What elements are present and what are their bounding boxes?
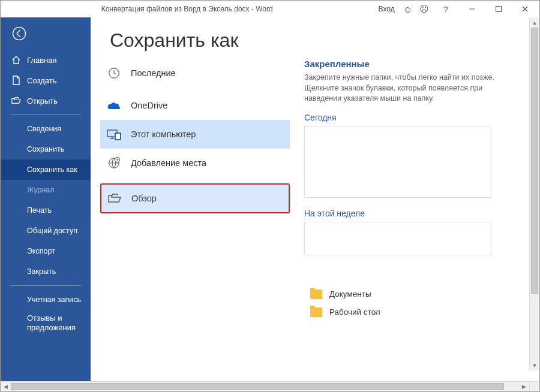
sidebar-label-feedback: Отзывы и предложения — [27, 313, 91, 332]
sidebar-item-account[interactable]: Учетная запись — [1, 290, 91, 310]
location-onedrive-label: OneDrive — [131, 101, 167, 110]
svg-rect-7 — [115, 133, 121, 140]
svg-rect-1 — [496, 7, 502, 12]
body: Главная Создать Открыть Сведения Сохрани… — [1, 17, 539, 381]
signin-link[interactable]: Вход — [374, 5, 400, 13]
pinned-hint: Закрепите нужные папки, чтобы легко найт… — [304, 73, 519, 104]
titlebar: Конвертация файлов из Ворд в Эксель.docx… — [1, 1, 539, 17]
sidebar-nav: Главная Создать Открыть Сведения Сохрани… — [1, 50, 91, 336]
today-heading: Сегодня — [304, 113, 519, 122]
sidebar-label-home: Главная — [27, 56, 56, 65]
content-columns: Последние OneDrive Этот компьютер Добавл… — [91, 59, 539, 381]
thisweek-heading: На этой неделе — [304, 209, 519, 218]
location-thispc[interactable]: Этот компьютер — [100, 120, 290, 149]
folder-documents-label: Документы — [329, 290, 371, 298]
scroll-thumb[interactable] — [531, 28, 538, 294]
feedback-happy-icon[interactable]: ☺ — [400, 4, 416, 14]
location-browse[interactable]: Обзор — [100, 183, 290, 213]
location-browse-label: Обзор — [131, 194, 157, 203]
sidebar-item-saveas[interactable]: Сохранить как — [1, 159, 91, 180]
sidebar-item-close[interactable]: Закрыть — [1, 261, 91, 282]
word-backstage-window: Конвертация файлов из Ворд в Эксель.docx… — [0, 0, 540, 392]
scroll-down-button[interactable]: ▼ — [530, 360, 539, 370]
page-title: Сохранить как — [91, 17, 539, 59]
location-recent[interactable]: Последние — [100, 59, 290, 88]
maximize-button[interactable] — [485, 1, 512, 17]
new-icon — [11, 76, 21, 85]
folder-documents[interactable]: Документы — [304, 285, 519, 303]
scroll-up-button[interactable]: ▲ — [530, 17, 539, 28]
minimize-button[interactable] — [459, 1, 485, 17]
sidebar-item-save[interactable]: Сохранить — [1, 139, 91, 159]
svg-point-4 — [13, 27, 25, 40]
location-thispc-label: Этот компьютер — [131, 129, 196, 139]
close-button[interactable] — [512, 1, 538, 17]
folder-desktop-label: Рабочий стол — [329, 307, 380, 316]
sidebar-item-print[interactable]: Печать — [1, 200, 91, 221]
folder-icon — [310, 307, 322, 317]
recent-panel: Закрепленные Закрепите нужные папки, что… — [299, 59, 539, 381]
recent-icon — [107, 66, 121, 80]
sidebar-label-open: Открыть — [27, 97, 58, 105]
horizontal-scrollbar[interactable]: ◀ ▶ — [1, 381, 539, 391]
sidebar-item-history[interactable]: Журнал — [1, 180, 91, 200]
sidebar-item-home[interactable]: Главная — [1, 50, 91, 70]
folder-desktop[interactable]: Рабочий стол — [304, 303, 519, 321]
content-area: Сохранить как Последние OneDrive Этот ко… — [91, 17, 539, 381]
sidebar-item-export[interactable]: Экспорт — [1, 241, 91, 261]
thisweek-list[interactable] — [304, 222, 491, 255]
backstage-sidebar: Главная Создать Открыть Сведения Сохрани… — [1, 17, 91, 381]
sidebar-item-share[interactable]: Общий доступ — [1, 221, 91, 241]
back-button[interactable] — [1, 17, 91, 50]
today-list[interactable] — [304, 126, 491, 198]
home-icon — [11, 55, 21, 65]
location-onedrive[interactable]: OneDrive — [100, 91, 290, 120]
sidebar-item-open[interactable]: Открыть — [1, 91, 91, 111]
scroll-right-button[interactable]: ▶ — [519, 382, 529, 391]
scroll-track[interactable] — [530, 28, 539, 360]
hscroll-track[interactable] — [11, 382, 519, 391]
sidebar-separator-2 — [10, 285, 81, 286]
sidebar-separator — [10, 114, 81, 115]
sidebar-item-feedback[interactable]: Отзывы и предложения — [1, 310, 91, 336]
scroll-corner — [529, 382, 539, 391]
sidebar-item-info[interactable]: Сведения — [1, 119, 91, 139]
locations-list: Последние OneDrive Этот компьютер Добавл… — [91, 59, 299, 381]
browse-icon — [107, 191, 122, 206]
addplace-icon — [107, 156, 121, 170]
folder-icon — [310, 290, 322, 299]
document-title: Конвертация файлов из Ворд в Эксель.docx… — [1, 5, 374, 13]
sidebar-item-new[interactable]: Создать — [1, 70, 91, 91]
pinned-heading: Закрепленные — [304, 59, 519, 69]
open-icon — [11, 96, 21, 105]
thispc-icon — [107, 127, 121, 141]
scroll-left-button[interactable]: ◀ — [1, 382, 11, 391]
location-addplace-label: Добавление места — [131, 158, 206, 168]
location-addplace[interactable]: Добавление места — [100, 149, 290, 177]
hscroll-thumb[interactable] — [11, 383, 504, 390]
help-button[interactable]: ? — [433, 1, 459, 17]
vertical-scrollbar[interactable]: ▲ ▼ — [529, 17, 539, 370]
onedrive-icon — [107, 98, 121, 113]
feedback-sad-icon[interactable]: ☹ — [416, 4, 433, 14]
location-recent-label: Последние — [131, 68, 176, 78]
sidebar-label-new: Создать — [27, 76, 56, 85]
